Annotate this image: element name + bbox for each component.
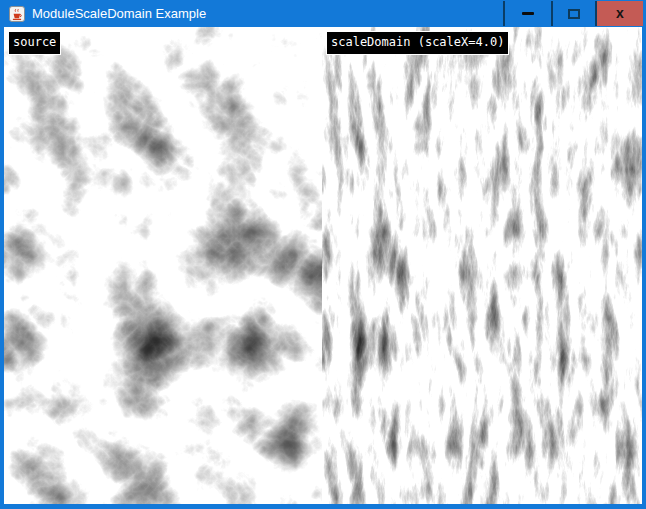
- panel-label-source: source: [8, 31, 61, 55]
- render-area: source scaleDomain (scaleX=4.0): [4, 27, 642, 504]
- app-window: ModuleScaleDomain Example x source scale…: [0, 0, 646, 509]
- panel-scaledomain: scaleDomain (scaleX=4.0): [322, 27, 642, 504]
- maximize-button[interactable]: [551, 1, 595, 26]
- minimize-icon: [522, 12, 534, 15]
- close-button[interactable]: x: [595, 1, 643, 26]
- scaledomain-texture-canvas: [322, 27, 642, 504]
- close-icon: x: [616, 1, 624, 26]
- source-texture-canvas: [4, 27, 322, 504]
- maximize-icon: [568, 9, 580, 19]
- window-title: ModuleScaleDomain Example: [32, 0, 206, 27]
- titlebar[interactable]: ModuleScaleDomain Example x: [0, 0, 646, 27]
- minimize-button[interactable]: [503, 1, 551, 26]
- panel-source: source: [4, 27, 322, 504]
- java-app-icon: [9, 6, 25, 22]
- panel-label-scaledomain: scaleDomain (scaleX=4.0): [326, 31, 509, 55]
- window-controls: x: [503, 1, 643, 26]
